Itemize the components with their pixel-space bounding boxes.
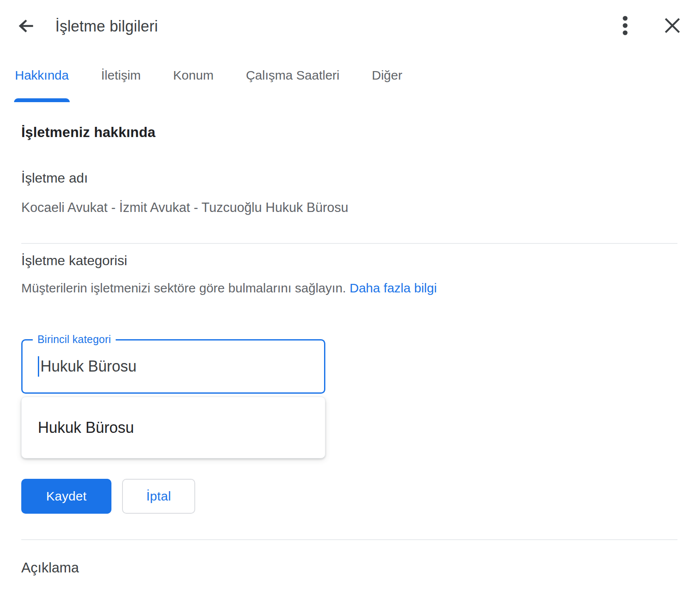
kebab-menu-icon (622, 15, 628, 37)
business-name-value: Kocaeli Avukat - İzmit Avukat - Tuzcuoğl… (21, 200, 677, 215)
primary-category-input[interactable]: Birincil kategori Hukuk Bürosu (21, 339, 325, 394)
tab-calisma-saatleri[interactable]: Çalışma Saatleri (245, 67, 340, 102)
page-title: İşletme bilgileri (55, 16, 158, 37)
tab-iletisim[interactable]: İletişim (100, 67, 142, 102)
primary-category-field-label: Birincil kategori (33, 333, 116, 346)
business-info-dialog: İşletme bilgileri Hakkında İ (0, 0, 700, 595)
divider (21, 539, 677, 540)
divider (21, 243, 677, 244)
tab-label: Konum (173, 68, 213, 82)
active-tab-indicator (14, 98, 70, 102)
text-caret (38, 356, 39, 377)
learn-more-link[interactable]: Daha fazla bilgi (350, 281, 437, 295)
dialog-header: İşletme bilgileri (0, 0, 700, 51)
business-name-label: İşletme adı (21, 170, 677, 186)
close-icon (664, 17, 681, 35)
back-button[interactable] (16, 16, 37, 37)
business-name-row[interactable]: İşletme adı Kocaeli Avukat - İzmit Avuka… (21, 170, 677, 215)
tab-bar: Hakkında İletişim Konum Çalışma Saatleri… (14, 67, 403, 102)
tab-hakkinda[interactable]: Hakkında (14, 67, 70, 102)
cancel-button[interactable]: İptal (122, 479, 195, 514)
close-button[interactable] (662, 15, 683, 37)
save-button[interactable]: Kaydet (21, 479, 111, 514)
category-description-text: Müşterilerin işletmenizi sektöre göre bu… (21, 281, 350, 295)
suggestion-item-hukuk-burosu[interactable]: Hukuk Bürosu (22, 397, 325, 458)
category-section-label: İşletme kategorisi (21, 253, 127, 269)
tab-label: Hakkında (15, 68, 69, 82)
tab-label: Diğer (372, 68, 402, 82)
more-options-button[interactable] (615, 14, 635, 37)
description-section-heading: Açıklama (21, 560, 79, 576)
tab-diger[interactable]: Diğer (371, 67, 403, 102)
tab-konum[interactable]: Konum (172, 67, 214, 102)
tab-label: İletişim (101, 68, 141, 82)
category-suggestion-dropdown: Hukuk Bürosu (21, 397, 325, 458)
category-description: Müşterilerin işletmenizi sektöre göre bu… (21, 281, 437, 295)
arrow-left-icon (17, 17, 35, 36)
section-heading-about: İşletmeniz hakkında (21, 124, 156, 140)
action-button-row: Kaydet İptal (21, 479, 195, 514)
primary-category-value: Hukuk Bürosu (40, 358, 137, 375)
tab-label: Çalışma Saatleri (246, 68, 339, 82)
